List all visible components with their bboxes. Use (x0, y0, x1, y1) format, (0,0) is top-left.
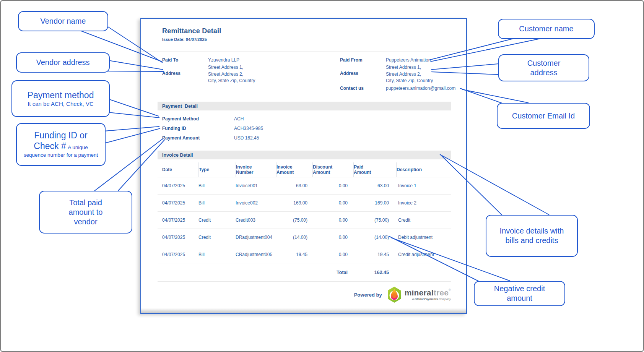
cell-description: Invoice 2 (396, 200, 451, 206)
customer-address-label: Address (340, 71, 358, 76)
payment-amount-value: USD 162.45 (234, 135, 259, 141)
paid-from-label: Paid From (340, 57, 363, 63)
cell-invoice-number: Invoice002 (236, 200, 276, 206)
callout-customer-name-text: Customer name (519, 24, 573, 34)
powered-by-label: Powered by (354, 292, 382, 298)
cell-date: 04/07/2025 (158, 183, 198, 188)
customer-address-line-2: Street Address 2, (386, 71, 433, 78)
cell-date: 04/07/2025 (158, 235, 198, 240)
logo-tagline: A Global Payments Company (412, 298, 451, 301)
cell-paid-amount: (75.00) (353, 217, 396, 223)
cell-invoice-number: Credit003 (236, 217, 276, 223)
cell-discount-amount: 0.00 (312, 252, 353, 257)
cell-discount-amount: 0.00 (312, 200, 353, 206)
col-header-paid-amount: Paid Amount (353, 162, 396, 177)
document-footer: Powered by (354, 286, 451, 303)
cell-discount-amount: 0.00 (312, 217, 353, 223)
cell-type: Bill (198, 200, 236, 206)
cell-invoice-amount: 169.00 (276, 200, 312, 206)
col-header-discount-amount: Discount Amount (312, 162, 353, 177)
paid-to-label: Paid To (162, 57, 178, 63)
callout-payment-method: Payment method It can be ACH, Check, VC (11, 80, 110, 117)
invoice-row-5: 04/07/2025 Bill CRadjustment005 19.45 0.… (158, 246, 451, 263)
cell-description: Debit adjustment (396, 235, 451, 240)
remittance-document: Remittance Detail Issue Date: 04/07/2025… (140, 18, 467, 314)
vendor-address-line-3: City, State Zip, Country (208, 78, 255, 84)
invoice-total-row: Total 162.45 (158, 263, 451, 282)
col-header-invoice-amount: Invoice Amount (276, 162, 312, 177)
tagline-bold: Global Payments (415, 297, 438, 301)
mineraltree-logo: mineraltree® A Global Payments Company (387, 286, 451, 303)
invoice-detail-section-bar: Invoice Detail (158, 151, 451, 159)
callout-invoice-details: Invoice details with bills and credits (486, 215, 578, 257)
tagline-prefix: A (412, 297, 415, 301)
paid-to-value: Yzuvendra LLP (208, 57, 239, 63)
total-value: 162.45 (353, 270, 396, 275)
cell-invoice-number: Invoice001 (236, 183, 276, 188)
cell-invoice-amount: (14.00) (276, 235, 312, 240)
callout-negative-credit-text: Negative credit amount (487, 284, 552, 303)
cell-invoice-amount: 63.00 (276, 183, 312, 188)
cell-discount-amount: 0.00 (312, 235, 353, 240)
cell-type: Credit (198, 235, 236, 240)
cell-description: Credit (396, 217, 451, 223)
vendor-address-lines: Street Address 1, Street Address 2, City… (208, 64, 255, 84)
cell-type: Bill (198, 252, 236, 257)
issue-date: Issue Date: 04/07/2025 (162, 37, 207, 42)
callout-vendor-name-text: Vendor name (41, 16, 86, 26)
funding-id-value: ACH3345-985 (234, 126, 263, 131)
vendor-address-line-2: Street Address 2, (208, 71, 255, 78)
callout-vendor-address-text: Vendor address (36, 58, 89, 67)
connector-customer-email (460, 88, 529, 103)
col-header-type: Type (198, 162, 236, 177)
callout-vendor-name: Vendor name (18, 11, 108, 31)
payment-detail-section-title: Payment Detail (162, 104, 198, 109)
paid-from-value: Puppeteers Animation (386, 57, 431, 63)
contact-us-label: Contact us (340, 86, 364, 91)
callout-customer-name: Customer name (498, 19, 595, 39)
invoice-row-4: 04/07/2025 Credit DRadjustment004 (14.00… (158, 229, 451, 246)
cell-invoice-amount: (75.00) (276, 217, 312, 223)
invoice-row-2: 04/07/2025 Bill Invoice002 169.00 0.00 1… (158, 195, 451, 212)
col-header-invoice-number: Invoice Number (236, 162, 276, 177)
callout-customer-email-text: Customer Email Id (512, 111, 575, 121)
logo-text-tree: tree (434, 288, 449, 297)
vendor-address-label: Address (162, 71, 181, 76)
vendor-address-line-1: Street Address 1, (208, 64, 255, 71)
callout-funding-id: Funding ID or Check # A unique sequence … (16, 123, 106, 166)
invoice-table-header-row: Date Type Invoice Number Invoice Amount … (158, 162, 451, 177)
annotated-remittance-screenshot: Remittance Detail Issue Date: 04/07/2025… (0, 0, 644, 352)
mineraltree-wordmark: mineraltree® A Global Payments Company (405, 289, 451, 301)
cell-invoice-number: CRadjustment005 (236, 252, 276, 257)
callout-vendor-address: Vendor address (16, 52, 110, 73)
tagline-suffix: Company (438, 297, 451, 301)
contact-us-value: puppeteers.animation@gmail.com (386, 86, 455, 91)
col-header-description: Description (396, 162, 451, 177)
cell-type: Credit (198, 217, 236, 223)
customer-address-line-1: Street Address 1, (386, 64, 433, 71)
customer-address-line-3: City, State Zip, Country (386, 78, 433, 84)
customer-address-lines: Street Address 1, Street Address 2, City… (386, 64, 433, 84)
total-label: Total (312, 270, 353, 275)
callout-total-paid-text: Total paid amount to vendor (63, 198, 109, 227)
registered-mark: ® (449, 288, 451, 292)
cell-paid-amount: (14.00) (353, 235, 396, 240)
callout-customer-address: Customer address (498, 54, 589, 81)
cell-description: Credit adjustment (396, 252, 451, 257)
funding-id-label: Funding ID (162, 126, 186, 131)
mineraltree-logo-icon (387, 286, 402, 303)
callout-negative-credit: Negative credit amount (474, 281, 565, 306)
cell-paid-amount: 19.45 (353, 252, 396, 257)
payment-amount-label: Payment Amount (162, 135, 200, 141)
cell-type: Bill (198, 183, 236, 188)
invoice-row-1: 04/07/2025 Bill Invoice001 63.00 0.00 63… (158, 177, 451, 195)
callout-payment-method-subtitle: It can be ACH, Check, VC (28, 101, 94, 107)
payment-detail-section-bar: Payment Detail (158, 102, 451, 110)
invoice-detail-section-title: Invoice Detail (162, 152, 193, 158)
invoice-table: Date Type Invoice Number Invoice Amount … (158, 162, 451, 282)
header-divider (141, 51, 466, 52)
page-bottom-shadow (141, 308, 466, 313)
callout-customer-email: Customer Email Id (497, 103, 590, 129)
cell-paid-amount: 169.00 (353, 200, 396, 206)
col-header-date: Date (158, 167, 198, 172)
